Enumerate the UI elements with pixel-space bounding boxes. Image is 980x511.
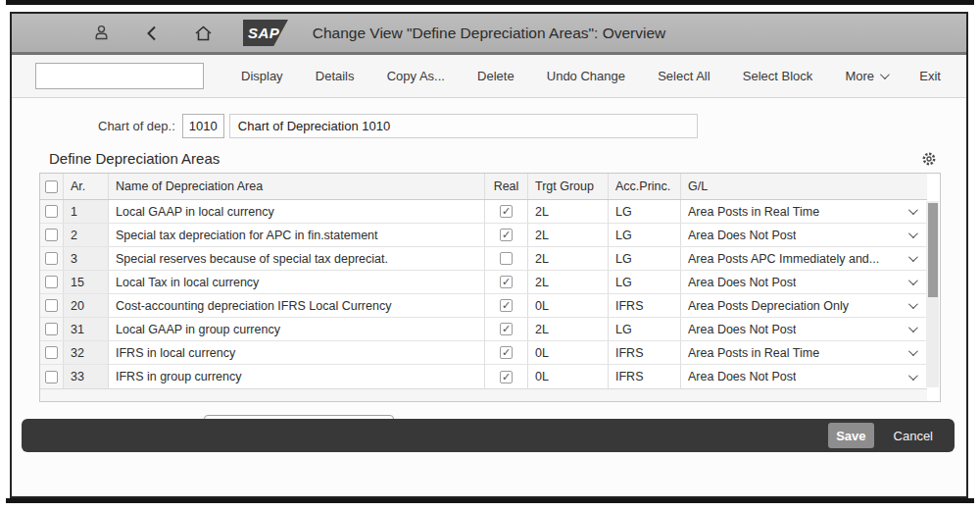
acc-princ-cell[interactable]: IFRS bbox=[609, 341, 681, 364]
real-checkbox[interactable] bbox=[500, 299, 513, 312]
gl-dropdown[interactable]: Area Does Not Post bbox=[681, 365, 927, 388]
acc-princ-cell[interactable]: LG bbox=[609, 247, 681, 270]
gl-dropdown[interactable]: Area Does Not Post bbox=[681, 271, 927, 293]
undo-change-button[interactable]: Undo Change bbox=[547, 69, 625, 83]
gl-dropdown-value: Area Posts Depreciation Only bbox=[688, 299, 849, 313]
toolbar-buttons: Display Details Copy As... Delete Undo C… bbox=[204, 69, 966, 83]
table-row[interactable]: 33 IFRS in group currency 0L IFRS Area D… bbox=[40, 365, 927, 388]
copy-as-button[interactable]: Copy As... bbox=[387, 69, 445, 83]
chevron-down-icon bbox=[908, 299, 918, 309]
real-checkbox[interactable] bbox=[500, 205, 513, 218]
chevron-down-icon bbox=[908, 371, 918, 381]
trgt-group-cell[interactable]: 2L bbox=[528, 271, 609, 293]
area-name-cell[interactable]: IFRS in group currency bbox=[109, 365, 485, 388]
area-number-cell: 31 bbox=[64, 318, 109, 340]
table-row[interactable]: 32 IFRS in local currency 0L IFRS Area P… bbox=[40, 341, 927, 365]
chevron-down-icon bbox=[908, 323, 918, 332]
real-checkbox[interactable] bbox=[500, 323, 513, 335]
column-header-real: Real bbox=[485, 174, 528, 199]
trgt-group-cell[interactable]: 0L bbox=[528, 294, 609, 317]
gl-dropdown[interactable]: Area Does Not Post bbox=[681, 318, 927, 340]
chevron-down-icon bbox=[908, 205, 918, 215]
save-button[interactable]: Save bbox=[828, 423, 873, 448]
acc-princ-cell[interactable]: LG bbox=[609, 271, 681, 293]
filter-input[interactable] bbox=[35, 63, 204, 89]
row-select-checkbox[interactable] bbox=[45, 371, 58, 383]
table-scrollbar[interactable] bbox=[926, 201, 939, 387]
area-number-cell: 15 bbox=[64, 271, 109, 293]
trgt-group-cell[interactable]: 2L bbox=[528, 247, 609, 270]
real-checkbox[interactable] bbox=[500, 371, 513, 383]
gl-dropdown[interactable]: Area Posts APC Immediately and... bbox=[681, 247, 927, 270]
trgt-group-cell[interactable]: 2L bbox=[528, 224, 609, 246]
area-name-cell[interactable]: Local Tax in local currency bbox=[109, 271, 485, 293]
real-checkbox[interactable] bbox=[500, 276, 513, 288]
table-row[interactable]: 15 Local Tax in local currency 2L LG Are… bbox=[40, 271, 927, 294]
cancel-button[interactable]: Cancel bbox=[888, 429, 939, 443]
depreciation-areas-table: Ar. Name of Depreciation Area Real Trgt … bbox=[39, 173, 941, 402]
more-button[interactable]: More bbox=[845, 69, 887, 83]
row-select-checkbox[interactable] bbox=[45, 299, 58, 312]
gl-dropdown-value: Area Does Not Post bbox=[688, 229, 796, 242]
sap-logo: SAP bbox=[243, 20, 288, 46]
titlebar-icons: SAP bbox=[12, 20, 288, 46]
chevron-down-icon bbox=[908, 252, 918, 262]
row-select-checkbox[interactable] bbox=[45, 276, 58, 288]
gl-dropdown[interactable]: Area Posts in Real Time bbox=[681, 200, 927, 223]
exit-button[interactable]: Exit bbox=[919, 69, 941, 83]
chevron-down-icon bbox=[908, 229, 918, 238]
details-button[interactable]: Details bbox=[316, 69, 355, 83]
area-name-cell[interactable]: Special tax depreciation for APC in fin.… bbox=[109, 224, 485, 246]
chart-of-dep-code-field[interactable] bbox=[182, 114, 224, 138]
display-button[interactable]: Display bbox=[241, 69, 283, 83]
delete-button[interactable]: Delete bbox=[477, 69, 514, 83]
area-number-cell: 2 bbox=[64, 224, 109, 246]
trgt-group-cell[interactable]: 0L bbox=[528, 341, 609, 364]
acc-princ-cell[interactable]: LG bbox=[609, 200, 681, 223]
area-name-cell[interactable]: IFRS in local currency bbox=[109, 341, 485, 364]
table-footer-strip bbox=[40, 388, 927, 401]
real-checkbox[interactable] bbox=[500, 346, 513, 359]
gl-dropdown[interactable]: Area Posts in Real Time bbox=[681, 341, 927, 364]
acc-princ-cell[interactable]: LG bbox=[609, 318, 681, 340]
action-bar: Save Cancel bbox=[22, 419, 955, 452]
trgt-group-cell[interactable]: 0L bbox=[528, 365, 609, 388]
row-select-checkbox[interactable] bbox=[45, 346, 58, 359]
gear-icon[interactable] bbox=[921, 151, 937, 167]
row-select-checkbox[interactable] bbox=[45, 229, 58, 241]
select-block-button[interactable]: Select Block bbox=[743, 69, 813, 83]
select-all-checkbox[interactable] bbox=[45, 180, 58, 193]
home-icon[interactable] bbox=[192, 23, 214, 44]
gl-dropdown-value: Area Does Not Post bbox=[688, 370, 796, 383]
area-name-cell[interactable]: Local GAAP in local currency bbox=[109, 200, 485, 223]
content-area: Chart of dep.: Define Depreciation Areas… bbox=[12, 98, 966, 458]
acc-princ-cell[interactable]: IFRS bbox=[609, 365, 681, 388]
table-row[interactable]: 1 Local GAAP in local currency 2L LG Are… bbox=[40, 200, 927, 224]
real-checkbox[interactable] bbox=[500, 229, 513, 241]
area-name-cell[interactable]: Cost-accounting depreciation IFRS Local … bbox=[109, 294, 485, 317]
section-title: Define Depreciation Areas bbox=[49, 150, 220, 167]
back-icon[interactable] bbox=[141, 23, 163, 44]
table-row[interactable]: 3 Special reserves because of special ta… bbox=[40, 247, 927, 271]
scrollbar-thumb[interactable] bbox=[928, 203, 938, 297]
trgt-group-cell[interactable]: 2L bbox=[528, 200, 609, 223]
trgt-group-cell[interactable]: 2L bbox=[528, 318, 609, 340]
user-icon[interactable] bbox=[90, 23, 112, 44]
gl-dropdown[interactable]: Area Does Not Post bbox=[681, 224, 927, 246]
row-select-checkbox[interactable] bbox=[45, 252, 58, 265]
acc-princ-cell[interactable]: LG bbox=[609, 224, 681, 246]
area-number-cell: 3 bbox=[64, 247, 109, 270]
table-row[interactable]: 31 Local GAAP in group currency 2L LG Ar… bbox=[40, 318, 927, 341]
select-all-button[interactable]: Select All bbox=[658, 69, 710, 83]
area-name-cell[interactable]: Local GAAP in group currency bbox=[109, 318, 485, 340]
table-row[interactable]: 2 Special tax depreciation for APC in fi… bbox=[40, 224, 927, 247]
chart-of-dep-description-field[interactable] bbox=[229, 114, 698, 138]
acc-princ-cell[interactable]: IFRS bbox=[609, 294, 681, 317]
row-select-checkbox[interactable] bbox=[45, 323, 58, 335]
real-checkbox[interactable] bbox=[500, 252, 513, 265]
row-select-checkbox[interactable] bbox=[45, 205, 58, 218]
gl-dropdown[interactable]: Area Posts Depreciation Only bbox=[681, 294, 927, 317]
area-name-cell[interactable]: Special reserves because of special tax … bbox=[109, 247, 485, 270]
toolbar: Display Details Copy As... Delete Undo C… bbox=[12, 55, 966, 98]
table-row[interactable]: 20 Cost-accounting depreciation IFRS Loc… bbox=[40, 294, 927, 318]
